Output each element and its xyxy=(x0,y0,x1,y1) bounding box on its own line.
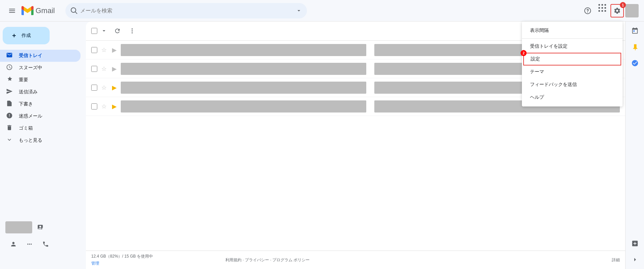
avatar-button[interactable] xyxy=(625,4,639,17)
email-checkbox[interactable] xyxy=(91,103,97,109)
sidebar-item-trash[interactable]: ゴミ箱 xyxy=(0,122,80,134)
hamburger-button[interactable] xyxy=(5,4,19,17)
apps-button[interactable] xyxy=(596,4,609,17)
dropdown-item-settings[interactable]: 2 設定 xyxy=(523,53,621,65)
search-input[interactable] xyxy=(80,8,293,14)
sidebar-item-more[interactable]: もっと見る xyxy=(0,134,80,146)
svg-rect-0 xyxy=(9,9,15,9)
important-marker-filled[interactable]: ▶ xyxy=(112,103,117,110)
settings-wrapper: 1 xyxy=(610,4,624,17)
dropdown-item-help[interactable]: ヘルプ xyxy=(522,91,623,104)
footer-links-text: 利用規約 · プライバシー · プログラム ポリシー xyxy=(225,258,310,262)
sidebar-item-important-label: 重要 xyxy=(19,77,28,83)
sidebar-item-spam[interactable]: 迷惑メール xyxy=(0,110,80,122)
snoozed-icon xyxy=(5,64,13,72)
gmail-logo: Gmail xyxy=(21,6,55,15)
email-checkbox[interactable] xyxy=(91,66,97,72)
email-checkbox[interactable] xyxy=(91,47,97,53)
calendar-icon: 31 xyxy=(631,27,639,35)
svg-point-7 xyxy=(131,29,132,30)
email-preview-thumbnail xyxy=(121,44,366,56)
sidebar-item-inbox[interactable]: 受信トレイ xyxy=(0,50,80,62)
compose-plus-icon xyxy=(11,32,17,39)
settings-gear-icon xyxy=(613,7,621,14)
add-apps-button[interactable] xyxy=(628,237,642,250)
dropdown-item-display-density[interactable]: 表示間隔 xyxy=(522,24,623,37)
calendar-button[interactable]: 31 xyxy=(628,24,642,38)
sidebar-item-sent[interactable]: 送信済み xyxy=(0,86,80,98)
compose-button[interactable]: 作成 xyxy=(3,27,50,44)
chevron-right-icon xyxy=(632,257,638,262)
svg-point-8 xyxy=(131,30,132,31)
settings-dropdown-badge: 2 xyxy=(521,50,527,56)
sidebar-item-trash-label: ゴミ箱 xyxy=(19,125,33,131)
more-toolbar-button[interactable] xyxy=(125,24,139,38)
svg-text:31: 31 xyxy=(634,30,637,33)
sidebar-item-more-label: もっと見る xyxy=(19,137,42,143)
select-dropdown-button[interactable] xyxy=(99,26,109,36)
dot xyxy=(598,4,600,6)
dot xyxy=(601,7,603,9)
search-bar[interactable] xyxy=(65,3,307,18)
contacts-bottom-button[interactable] xyxy=(8,239,19,250)
sidebar-item-important[interactable]: 重要 xyxy=(0,74,80,86)
important-marker[interactable]: ▶ xyxy=(112,46,117,54)
rooms-bottom-button[interactable] xyxy=(24,239,35,250)
star-icon[interactable]: ☆ xyxy=(101,103,107,110)
tasks-button[interactable] xyxy=(628,56,642,70)
important-marker[interactable]: ▶ xyxy=(112,65,117,73)
dot xyxy=(604,7,606,9)
more-icon xyxy=(5,136,13,145)
important-marker-filled[interactable]: ▶ xyxy=(112,84,117,91)
dropdown-item-theme[interactable]: テーマ xyxy=(522,65,623,78)
sidebar-nav: 受信トレイ スヌーズ中 重要 送信済み xyxy=(0,50,86,146)
add-chat-button[interactable] xyxy=(35,222,46,233)
scroll-right-button[interactable] xyxy=(628,253,642,266)
sidebar-item-drafts[interactable]: 下書き xyxy=(0,98,80,110)
details-link[interactable]: 詳細 xyxy=(612,257,620,263)
search-dropdown-icon[interactable] xyxy=(296,8,302,13)
dropdown-item-configure-inbox[interactable]: 受信トレイを設定 xyxy=(522,40,623,53)
manage-link[interactable]: 管理 xyxy=(91,261,153,266)
sidebar-item-snoozed[interactable]: スヌーズ中 xyxy=(0,62,80,74)
email-preview-thumbnail xyxy=(121,82,366,94)
storage-text: 12.4 GB（82%）/ 15 GB を使用中 xyxy=(91,254,153,259)
header-right: 1 xyxy=(581,4,639,17)
chat-avatar xyxy=(5,221,32,233)
footer-links: 利用規約 · プライバシー · プログラム ポリシー xyxy=(225,257,310,263)
refresh-button[interactable] xyxy=(111,24,124,38)
star-icon[interactable]: ☆ xyxy=(101,46,107,54)
email-preview-thumbnail xyxy=(121,100,366,113)
header: Gmail 1 xyxy=(0,0,644,21)
settings-dropdown: 表示間隔 受信トレイを設定 2 設定 テーマ フィードバックを送信 ヘルプ xyxy=(522,21,623,106)
dot xyxy=(601,10,603,12)
important-icon xyxy=(5,76,13,84)
trash-icon xyxy=(5,124,13,133)
star-icon[interactable]: ☆ xyxy=(101,65,107,73)
help-button[interactable] xyxy=(581,4,594,17)
svg-point-5 xyxy=(27,243,28,244)
right-sidebar: 31 xyxy=(625,21,644,269)
compose-label: 作成 xyxy=(21,33,31,39)
keep-icon xyxy=(631,43,639,51)
sidebar-item-drafts-label: 下書き xyxy=(19,101,33,107)
dropdown-item-feedback[interactable]: フィードバックを送信 xyxy=(522,78,623,91)
svg-point-6 xyxy=(31,243,32,244)
help-icon xyxy=(584,7,591,14)
dot xyxy=(604,10,606,12)
phone-bottom-button[interactable] xyxy=(40,239,51,250)
tasks-icon xyxy=(631,59,639,67)
email-preview-thumbnail xyxy=(121,63,366,75)
star-icon[interactable]: ☆ xyxy=(101,84,107,91)
svg-rect-1 xyxy=(9,10,15,11)
settings-button[interactable]: 1 xyxy=(610,4,624,17)
sidebar-item-sent-label: 送信済み xyxy=(19,89,38,95)
select-all-checkbox[interactable] xyxy=(91,28,97,34)
sidebar-item-snoozed-label: スヌーズ中 xyxy=(19,65,42,71)
keep-button[interactable] xyxy=(628,40,642,54)
dot xyxy=(598,10,600,12)
email-checkbox[interactable] xyxy=(91,85,97,91)
dropdown-divider xyxy=(522,38,623,39)
sidebar: 作成 受信トレイ スヌーズ中 重要 xyxy=(0,21,86,269)
dot xyxy=(601,4,603,6)
